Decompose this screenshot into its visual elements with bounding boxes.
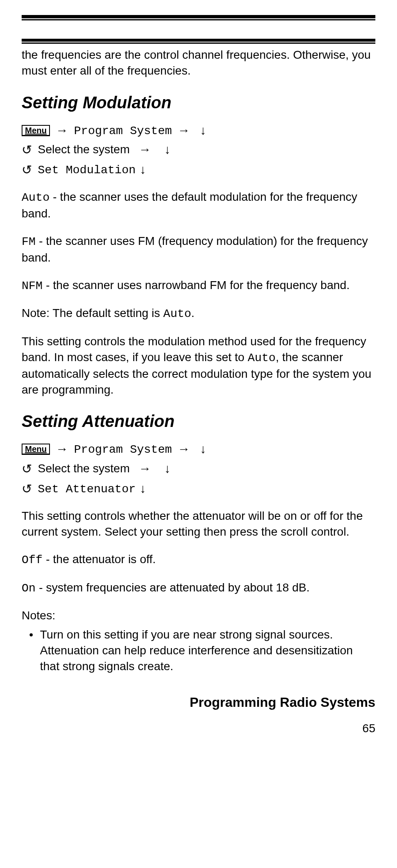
nav-line-att-1: Menu → Program System → ↓ xyxy=(22,441,375,458)
page-number: 65 xyxy=(22,721,375,736)
desc-text: - system frequencies are attenuated by a… xyxy=(36,581,310,594)
code-fm: FM xyxy=(22,235,36,248)
list-item: Turn on this setting if you are near str… xyxy=(40,627,375,674)
menu-key-icon: Menu xyxy=(22,444,50,455)
heading-setting-attenuation: Setting Attenuation xyxy=(22,410,375,432)
arrow-down-icon: ↓ xyxy=(200,122,206,139)
arrow-right-icon: → xyxy=(139,460,151,477)
att-off-line: Off - the attenuator is off. xyxy=(22,551,375,568)
nav-text: Select the system xyxy=(38,143,130,156)
nav-line-mod-1: Menu → Program System → ↓ xyxy=(22,122,375,139)
desc-text: - the attenuator is off. xyxy=(42,553,156,566)
desc-text: - the scanner uses narrowband FM for the… xyxy=(42,279,350,292)
note-suffix: . xyxy=(191,307,195,319)
mod-fm-line: FM - the scanner uses FM (frequency modu… xyxy=(22,233,375,266)
nav-line-att-2: ↺ Select the system → ↓ xyxy=(22,460,375,478)
att-on-line: On - system frequencies are attenuated b… xyxy=(22,580,375,596)
nav-text: Set Modulation xyxy=(38,164,136,177)
mod-nfm-line: NFM - the scanner uses narrowband FM for… xyxy=(22,277,375,294)
mod-auto-line: Auto - the scanner uses the default modu… xyxy=(22,189,375,222)
desc-text: - the scanner uses the default modulatio… xyxy=(22,190,357,220)
nav-line-mod-2: ↺ Select the system → ↓ xyxy=(22,141,375,159)
notes-list: Turn on this setting if you are near str… xyxy=(22,627,375,674)
arrow-down-icon: ↓ xyxy=(164,141,171,158)
rotate-icon: ↺ xyxy=(22,481,32,498)
nav-text: Program System xyxy=(74,443,172,456)
continuation-text: the frequencies are the control channel … xyxy=(22,47,375,79)
menu-key-icon: Menu xyxy=(22,125,50,136)
nav-line-att-3: ↺ Set Attenuator ↓ xyxy=(22,480,375,498)
code-auto: Auto xyxy=(163,307,191,320)
page-65: the frequencies are the control channel … xyxy=(0,0,397,868)
arrow-right-icon: → xyxy=(178,122,190,139)
top-rule-1 xyxy=(22,15,375,18)
header-space xyxy=(22,20,375,39)
note-prefix: Note: The default setting is xyxy=(22,307,163,319)
code-nfm: NFM xyxy=(22,279,42,292)
arrow-right-icon: → xyxy=(56,122,68,139)
second-rule-1 xyxy=(22,39,375,42)
heading-setting-modulation: Setting Modulation xyxy=(22,91,375,114)
mod-explanation: This setting controls the modulation met… xyxy=(22,334,375,397)
arrow-down-icon: ↓ xyxy=(200,441,206,458)
mod-note-line: Note: The default setting is Auto. xyxy=(22,305,375,322)
code-on: On xyxy=(22,582,36,595)
arrow-right-icon: → xyxy=(56,441,68,458)
nav-text: Set Attenuator xyxy=(38,483,136,496)
arrow-right-icon: → xyxy=(178,441,190,458)
arrow-right-icon: → xyxy=(139,141,151,158)
nav-line-mod-3: ↺ Set Modulation ↓ xyxy=(22,161,375,179)
code-off: Off xyxy=(22,554,42,566)
att-intro: This setting controls whether the attenu… xyxy=(22,508,375,540)
rotate-icon: ↺ xyxy=(22,142,32,159)
code-auto: Auto xyxy=(22,191,50,204)
nav-text: Select the system xyxy=(38,462,130,475)
nav-text: Program System xyxy=(74,125,172,137)
rotate-icon: ↺ xyxy=(22,162,32,179)
rotate-icon: ↺ xyxy=(22,461,32,478)
arrow-down-icon: ↓ xyxy=(140,161,146,178)
arrow-down-icon: ↓ xyxy=(140,480,146,497)
desc-text: - the scanner uses FM (frequency modulat… xyxy=(22,234,368,264)
code-auto: Auto xyxy=(248,352,275,364)
footer-section-title: Programming Radio Systems xyxy=(22,693,375,711)
arrow-down-icon: ↓ xyxy=(164,460,171,477)
notes-label: Notes: xyxy=(22,608,375,624)
second-rule-2 xyxy=(22,42,375,44)
